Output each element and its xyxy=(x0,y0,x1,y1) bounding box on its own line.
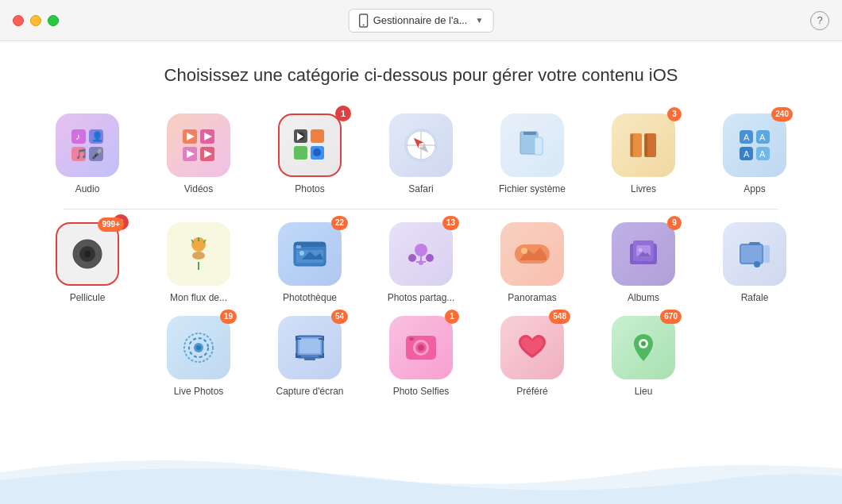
maximize-button[interactable] xyxy=(48,15,59,26)
svg-text:A: A xyxy=(744,133,750,142)
svg-point-23 xyxy=(313,148,321,156)
svg-point-102 xyxy=(641,341,646,346)
selfies-badge: 1 xyxy=(445,310,459,324)
fichier-icon-wrapper xyxy=(500,113,564,177)
wave-decoration xyxy=(0,441,842,504)
partage-label: Photos partag... xyxy=(388,292,455,303)
svg-rect-21 xyxy=(294,146,307,160)
rafale-icon-wrapper xyxy=(723,222,786,286)
rafale-icon xyxy=(735,234,774,274)
live-label: Live Photos xyxy=(174,386,224,397)
svg-rect-35 xyxy=(631,134,633,156)
live-badge: 19 xyxy=(220,310,237,324)
prefere-icon xyxy=(512,328,552,367)
flux-label: Mon flux de... xyxy=(170,292,227,303)
safari-icon xyxy=(401,125,441,165)
svg-point-83 xyxy=(196,345,201,350)
divider xyxy=(64,209,778,210)
capture-icon xyxy=(290,328,330,367)
svg-rect-79 xyxy=(763,245,770,263)
photos-icon-wrapper xyxy=(278,113,342,177)
help-button[interactable]: ? xyxy=(810,11,829,30)
category-prefere[interactable]: 548 Préféré xyxy=(489,316,576,397)
panoramas-icon xyxy=(512,233,553,275)
partage-icon-wrapper: 13 xyxy=(389,222,453,286)
svg-point-63 xyxy=(426,254,434,262)
sub-category-grid-row2: 19 Live Photos 54 xyxy=(32,316,810,397)
svg-point-60 xyxy=(299,251,304,256)
device-selector[interactable]: Gestionnaire de l'a... ▼ xyxy=(349,9,494,33)
svg-rect-97 xyxy=(409,337,414,340)
svg-rect-33 xyxy=(535,137,543,155)
phototheque-icon xyxy=(290,234,330,274)
albums-label: Albums xyxy=(628,292,659,303)
category-fichier[interactable]: Fichier système xyxy=(489,113,576,194)
close-button[interactable] xyxy=(13,15,24,26)
partage-badge: 13 xyxy=(442,216,459,230)
audio-icon-wrapper: ♪ 👤 🎵 🎤 xyxy=(56,113,119,177)
panoramas-label: Panoramas xyxy=(508,292,556,303)
category-pellicule[interactable]: 2 999+ Pellicule xyxy=(44,222,131,303)
audio-label: Audio xyxy=(75,183,100,194)
top-category-grid: ♪ 👤 🎵 🎤 Audio xyxy=(32,113,810,194)
svg-point-1 xyxy=(363,24,365,25)
category-flux[interactable]: Mon flux de... xyxy=(155,222,242,303)
livres-label: Livres xyxy=(631,183,656,194)
svg-text:🎵: 🎵 xyxy=(75,148,87,160)
pellicule-icon-wrapper: 999+ xyxy=(56,222,119,286)
device-label: Gestionnaire de l'a... xyxy=(373,14,468,26)
videos-icon xyxy=(179,125,218,165)
phototheque-label: Photothèque xyxy=(283,292,337,303)
livres-icon xyxy=(624,125,663,165)
category-livres[interactable]: 3 Livres xyxy=(600,113,687,194)
selfies-icon-wrapper: 1 xyxy=(389,316,453,379)
apps-badge: 240 xyxy=(771,107,793,121)
category-rafale[interactable]: Rafale xyxy=(711,222,798,303)
svg-point-61 xyxy=(415,244,427,256)
category-partage[interactable]: 13 Photos partag... xyxy=(377,222,465,303)
capture-label: Capture d'écran xyxy=(276,386,343,397)
svg-point-78 xyxy=(754,261,760,267)
livres-icon-wrapper: 3 xyxy=(612,113,675,177)
main-content: Choisissez une catégorie ci-dessous pour… xyxy=(0,41,842,425)
phone-icon xyxy=(359,13,369,28)
category-photos[interactable]: 1 Photos xyxy=(266,113,353,194)
fichier-icon xyxy=(512,125,552,165)
svg-rect-32 xyxy=(523,132,536,135)
live-icon xyxy=(179,328,218,367)
safari-icon-wrapper xyxy=(389,113,453,177)
category-panoramas[interactable]: Panoramas xyxy=(489,222,576,303)
rafale-label: Rafale xyxy=(741,292,769,303)
category-apps[interactable]: 240 A A A A Apps xyxy=(711,113,798,194)
photos-icon xyxy=(289,125,330,166)
category-selfies[interactable]: 1 Photo Selfies xyxy=(377,316,465,397)
lieu-label: Lieu xyxy=(635,386,653,397)
svg-rect-87 xyxy=(304,358,315,360)
category-safari[interactable]: Safari xyxy=(377,113,465,194)
prefere-badge: 548 xyxy=(549,310,570,324)
category-albums[interactable]: 9 Albums xyxy=(600,222,687,303)
minimize-button[interactable] xyxy=(30,15,41,26)
category-audio[interactable]: ♪ 👤 🎵 🎤 Audio xyxy=(44,113,131,194)
titlebar: Gestionnaire de l'a... ▼ ? xyxy=(0,0,842,41)
category-live[interactable]: 19 Live Photos xyxy=(155,316,242,397)
apps-label: Apps xyxy=(744,183,765,194)
svg-text:A: A xyxy=(759,149,766,159)
svg-rect-57 xyxy=(296,245,301,248)
prefere-icon-wrapper: 548 xyxy=(500,316,564,379)
category-capture[interactable]: 54 Capture d'écran xyxy=(266,316,353,397)
albums-icon xyxy=(624,234,663,274)
page-title: Choisissez une catégorie ci-dessous pour… xyxy=(32,65,810,86)
live-icon-wrapper: 19 xyxy=(167,316,230,379)
svg-point-48 xyxy=(84,251,91,257)
wave-svg xyxy=(0,441,842,504)
category-lieu[interactable]: 670 Lieu xyxy=(600,316,687,397)
category-videos[interactable]: Vidéos xyxy=(155,113,242,194)
albums-badge: 9 xyxy=(667,216,682,230)
category-phototheque[interactable]: 22 Photothèque xyxy=(266,222,353,303)
svg-text:A: A xyxy=(744,149,750,159)
svg-text:♪: ♪ xyxy=(75,131,80,142)
videos-icon-wrapper xyxy=(167,113,230,177)
svg-rect-37 xyxy=(645,134,647,156)
partage-icon xyxy=(401,234,441,274)
